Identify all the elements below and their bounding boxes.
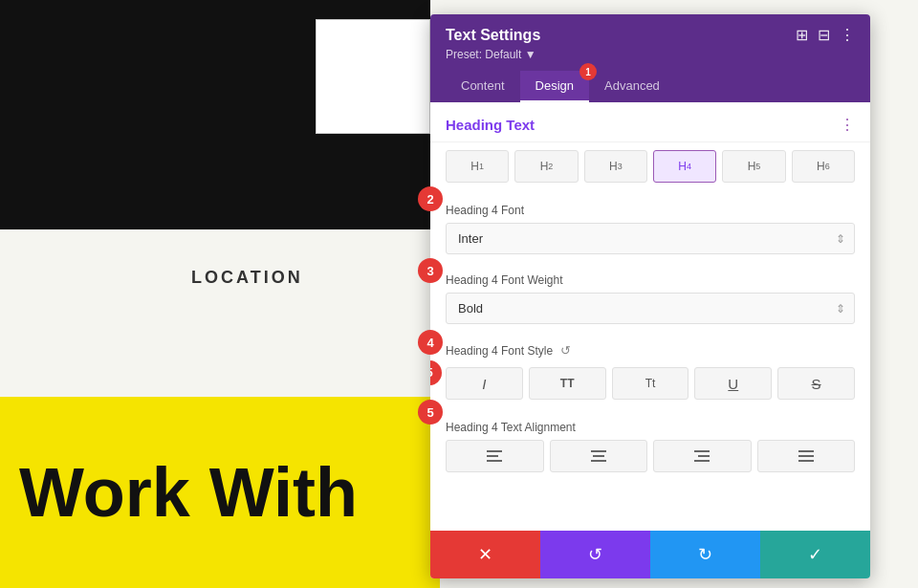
h3-button[interactable]: H3 xyxy=(584,150,647,183)
reset-button[interactable]: ↺ xyxy=(540,531,650,578)
svg-rect-8 xyxy=(694,460,710,462)
alignment-section: Heading 4 Text Alignment xyxy=(430,411,870,482)
weight-label: Heading 4 Font Weight xyxy=(446,273,855,287)
h4-button[interactable]: H4 xyxy=(653,150,716,183)
h2-button[interactable]: H2 xyxy=(514,150,578,183)
tab-advanced[interactable]: Advanced xyxy=(589,71,675,102)
step-badge-3-overlay: 3 xyxy=(418,258,443,283)
cancel-button[interactable]: ✕ xyxy=(430,531,540,578)
page-location-label: LOCATION xyxy=(191,268,303,288)
panel-body: Heading Text ⋮ 2 H1 H2 H3 H4 H5 H6 3 Hea… xyxy=(430,102,870,531)
align-left-button[interactable] xyxy=(446,440,544,472)
svg-rect-6 xyxy=(694,450,710,452)
heading-level-row: 2 H1 H2 H3 H4 H5 H6 xyxy=(430,142,870,194)
svg-rect-11 xyxy=(798,460,814,462)
page-yellow-text: Work With xyxy=(0,453,358,532)
panel-title-row: Text Settings ⊞ ⊟ ⋮ xyxy=(446,26,855,44)
h1-button[interactable]: H1 xyxy=(446,150,509,183)
alignment-buttons xyxy=(446,440,855,472)
grid-icon[interactable]: ⊟ xyxy=(818,26,830,44)
align-justify-button[interactable] xyxy=(757,440,856,472)
font-style-reset-icon[interactable]: ↺ xyxy=(560,343,571,358)
svg-rect-0 xyxy=(487,450,502,452)
italic-button[interactable]: I xyxy=(446,367,523,400)
capitalize-button[interactable]: Tt xyxy=(612,367,689,400)
align-center-button[interactable] xyxy=(550,440,648,472)
step-badge-4-overlay: 4 xyxy=(418,330,443,355)
underline-button[interactable]: U xyxy=(694,367,772,400)
svg-rect-4 xyxy=(593,455,604,457)
save-button[interactable]: ✓ xyxy=(760,531,870,578)
font-select-wrapper: Inter Arial Roboto xyxy=(446,223,855,254)
page-yellow-section: Work With xyxy=(0,397,440,588)
panel-tabs: Content Design 1 Advanced xyxy=(446,71,855,102)
font-style-section: 5 Heading 4 Font Style ↺ I TT Tt U S xyxy=(430,334,870,411)
section-heading: Heading Text ⋮ xyxy=(430,102,870,142)
svg-rect-2 xyxy=(487,460,502,462)
section-options-icon[interactable]: ⋮ xyxy=(840,116,855,134)
font-style-label: Heading 4 Font Style xyxy=(446,344,553,358)
svg-rect-9 xyxy=(798,450,814,452)
svg-rect-1 xyxy=(487,455,498,457)
weight-select-wrapper: Bold Normal Light 700 xyxy=(446,293,855,324)
font-style-label-row: 5 Heading 4 Font Style ↺ xyxy=(430,334,870,361)
panel-footer: ✕ ↺ ↻ ✓ xyxy=(430,531,870,578)
redo-button[interactable]: ↻ xyxy=(650,531,760,578)
font-style-buttons: I TT Tt U S xyxy=(430,361,870,411)
more-icon[interactable]: ⋮ xyxy=(840,26,855,44)
h6-button[interactable]: H6 xyxy=(792,150,855,183)
align-right-button[interactable] xyxy=(653,440,752,472)
font-label: Heading 4 Font xyxy=(446,204,855,217)
panel-header: Text Settings ⊞ ⊟ ⋮ Preset: Default ▼ Co… xyxy=(430,14,870,102)
panel-header-icons: ⊞ ⊟ ⋮ xyxy=(796,26,855,44)
svg-rect-5 xyxy=(591,460,606,462)
svg-rect-3 xyxy=(591,450,606,452)
responsive-icon[interactable]: ⊞ xyxy=(796,26,808,44)
h5-button[interactable]: H5 xyxy=(722,150,785,183)
svg-rect-7 xyxy=(698,455,710,457)
uppercase-button[interactable]: TT xyxy=(529,367,606,400)
panel-title: Text Settings xyxy=(446,27,540,44)
page-white-box xyxy=(316,19,430,134)
step-badge-2-overlay: 2 xyxy=(418,186,443,211)
step-badge-5-overlay: 5 xyxy=(418,400,443,425)
weight-select[interactable]: Bold Normal Light 700 xyxy=(446,293,855,324)
font-select[interactable]: Inter Arial Roboto xyxy=(446,223,855,254)
font-field-section: 3 Heading 4 Font Inter Arial Roboto xyxy=(430,194,870,264)
panel-preset[interactable]: Preset: Default ▼ xyxy=(446,48,855,61)
section-heading-title: Heading Text xyxy=(446,117,535,133)
strikethrough-button[interactable]: S xyxy=(777,367,855,400)
weight-field-section: 4 Heading 4 Font Weight Bold Normal Ligh… xyxy=(430,264,870,334)
tab-content[interactable]: Content xyxy=(446,71,520,102)
svg-rect-10 xyxy=(798,455,814,457)
alignment-label: Heading 4 Text Alignment xyxy=(446,421,855,434)
tab-design[interactable]: Design 1 xyxy=(520,71,589,102)
text-settings-panel: Text Settings ⊞ ⊟ ⋮ Preset: Default ▼ Co… xyxy=(430,14,870,578)
